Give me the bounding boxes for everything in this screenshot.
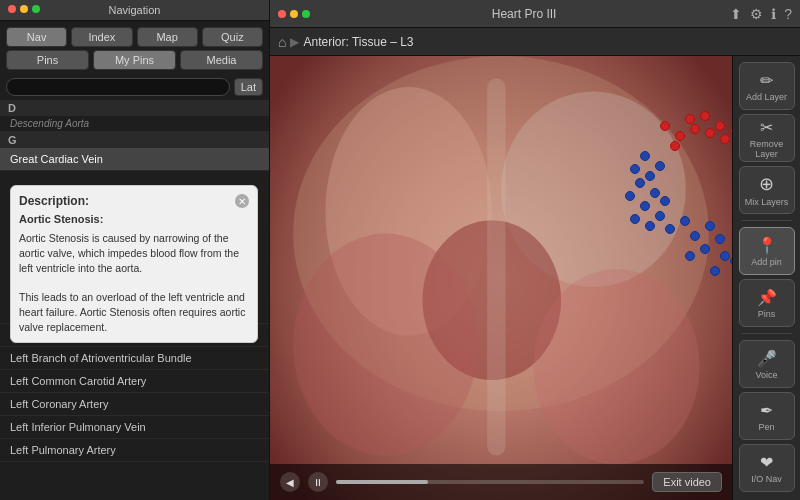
pins-label: Pins [758,309,776,319]
pin-blue[interactable] [645,221,655,231]
pin-blue[interactable] [720,251,730,261]
viewport[interactable]: ◀ ⏸ Exit video [270,56,732,500]
list-item-left-inferior-pulmonary[interactable]: Left Inferior Pulmonary Vein [0,416,269,439]
breadcrumb-arrow: ▶ [290,35,299,49]
pin-blue[interactable] [710,266,720,276]
gear-icon[interactable]: ⚙ [750,6,763,22]
io-nav-label: I/O Nav [751,474,782,484]
pin-red[interactable] [660,121,670,131]
description-content: Aortic Stenosis: Aortic Stenosis is caus… [19,212,249,334]
pin-blue[interactable] [680,216,690,226]
pin-blue[interactable] [640,151,650,161]
description-title-label: Description: [19,194,89,208]
voice-button[interactable]: 🎤 Voice [739,340,795,388]
tab-media[interactable]: Media [180,50,263,70]
pin-red[interactable] [670,141,680,151]
add-pin-button[interactable]: 📍 Add pin [739,227,795,275]
pin-red[interactable] [730,126,732,136]
list-item-great-cardiac-vein[interactable]: Great Cardiac Vein [0,148,269,171]
pin-blue[interactable] [630,214,640,224]
pin-blue[interactable] [690,231,700,241]
breadcrumb-text: Anterior: Tissue – L3 [303,35,413,49]
tab-pins[interactable]: Pins [6,50,89,70]
list-item-left-branch-av-bundle[interactable]: Left Branch of Atrioventricular Bundle [0,347,269,370]
right-toolbar: ✏ Add Layer ✂ Remove Layer ⊕ Mix Layers … [732,56,800,500]
pause-button[interactable]: ⏸ [308,472,328,492]
nav-tab-row2: Pins My Pins Media [0,50,269,74]
pin-blue[interactable] [630,164,640,174]
add-layer-button[interactable]: ✏ Add Layer [739,62,795,110]
description-body1: Aortic Stenosis is caused by narrowing o… [19,231,249,275]
minimize-traffic-light[interactable] [20,5,28,13]
pins-button[interactable]: 📌 Pins [739,279,795,327]
pin-blue[interactable] [715,234,725,244]
list-item-left-coronary-artery[interactable]: Left Coronary Artery [0,393,269,416]
tab-nav[interactable]: Nav [6,27,67,47]
app-container: Navigation Nav Index Map Quiz Pins My Pi… [0,0,800,500]
main-title-bar: Heart Pro III ⬆ ⚙ ℹ ? [270,0,800,28]
play-start-button[interactable]: ◀ [280,472,300,492]
io-nav-icon: ❤ [760,453,773,472]
voice-label: Voice [755,370,777,380]
pin-blue[interactable] [635,178,645,188]
main-title: Heart Pro III [318,7,730,21]
pin-red[interactable] [690,124,700,134]
pin-blue[interactable] [655,161,665,171]
list-item-left-common-carotid[interactable]: Left Common Carotid Artery [0,370,269,393]
tab-my-pins[interactable]: My Pins [93,50,176,70]
breadcrumb-bar: ⌂ ▶ Anterior: Tissue – L3 [270,28,800,56]
add-layer-label: Add Layer [746,92,787,102]
description-header: Description: ✕ [19,194,249,208]
main-close-light[interactable] [278,10,286,18]
pin-blue[interactable] [660,196,670,206]
pin-red[interactable] [700,111,710,121]
voice-icon: 🎤 [757,349,777,368]
list-item-descending-aorta[interactable]: Descending Aorta [0,116,269,132]
pin-blue[interactable] [640,201,650,211]
pin-red[interactable] [720,134,730,144]
description-heading: Aortic Stenosis: [19,212,249,227]
close-traffic-light[interactable] [8,5,16,13]
pin-blue[interactable] [645,171,655,181]
description-close-button[interactable]: ✕ [235,194,249,208]
pin-blue[interactable] [700,244,710,254]
nav-panel: Navigation Nav Index Map Quiz Pins My Pi… [0,0,270,500]
nav-list: D Descending Aorta G Great Cardiac Vein … [0,100,269,500]
add-pin-label: Add pin [751,257,782,267]
help-icon[interactable]: ? [784,6,792,22]
remove-layer-button[interactable]: ✂ Remove Layer [739,114,795,162]
info-icon[interactable]: ℹ [771,6,776,22]
nav-tab-row1: Nav Index Map Quiz [0,21,269,50]
main-maximize-light[interactable] [302,10,310,18]
pin-blue[interactable] [730,256,732,266]
main-area: Heart Pro III ⬆ ⚙ ℹ ? ⌂ ▶ Anterior: Tiss… [270,0,800,500]
progress-bar-container[interactable] [336,480,644,484]
exit-video-button[interactable]: Exit video [652,472,722,492]
search-input[interactable] [6,78,230,96]
pin-blue[interactable] [705,221,715,231]
pin-red[interactable] [675,131,685,141]
main-minimize-light[interactable] [290,10,298,18]
pin-blue[interactable] [650,188,660,198]
pin-blue[interactable] [665,224,675,234]
tab-quiz[interactable]: Quiz [202,27,263,47]
mix-layers-button[interactable]: ⊕ Mix Layers [739,166,795,214]
tab-index[interactable]: Index [71,27,132,47]
pin-red[interactable] [705,128,715,138]
pin-blue[interactable] [655,211,665,221]
tab-map[interactable]: Map [137,27,198,47]
toolbar-divider1 [742,220,792,221]
list-item-left-pulmonary-artery[interactable]: Left Pulmonary Artery [0,439,269,462]
lat-button[interactable]: Lat [234,78,263,96]
pin-blue[interactable] [625,191,635,201]
toolbar-divider2 [742,333,792,334]
home-icon[interactable]: ⌂ [278,34,286,50]
maximize-traffic-light[interactable] [32,5,40,13]
share-icon[interactable]: ⬆ [730,6,742,22]
pin-red[interactable] [685,114,695,124]
pins-icon: 📌 [757,288,777,307]
pin-red[interactable] [715,121,725,131]
io-nav-button[interactable]: ❤ I/O Nav [739,444,795,492]
pen-button[interactable]: ✒ Pen [739,392,795,440]
pin-blue[interactable] [685,251,695,261]
